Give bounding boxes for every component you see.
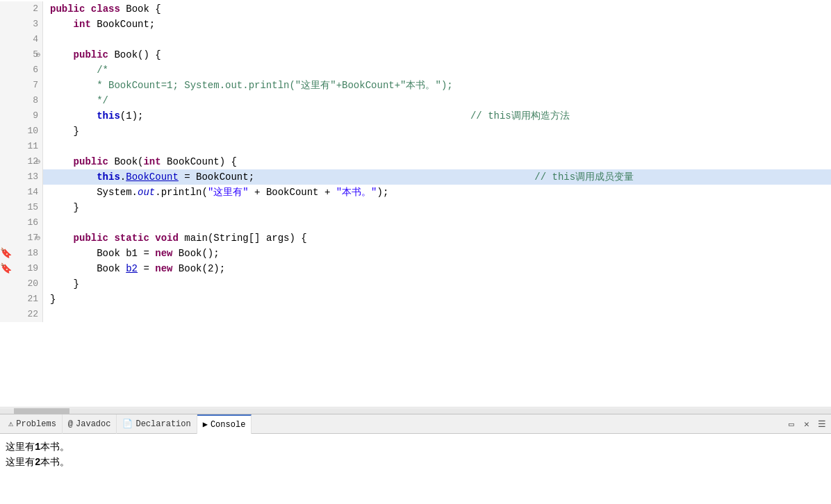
tab-items: ⚠Problems@Javadoc📄Declaration▶Console (3, 414, 252, 434)
line-number-gutter: 12⊖ (0, 154, 43, 169)
line-number: 2 (33, 1, 38, 17)
menu-button[interactable]: ☰ (816, 418, 828, 430)
line-number: 8 (33, 93, 38, 108)
token-plain: BookCount) { (161, 154, 237, 169)
line-content: public Book(int BookCount) { (43, 154, 831, 169)
code-line: 11 (0, 139, 831, 154)
line-number: 22 (27, 307, 38, 322)
declaration-tab-label: Declaration (135, 419, 190, 429)
line-content: int BookCount; (43, 17, 831, 32)
line-number-gutter: 14 (0, 185, 43, 200)
token-field: BookCount (126, 169, 179, 185)
token-plain: Book (50, 261, 126, 276)
code-line: 14 System.out.println("这里有" + BookCount … (0, 185, 831, 200)
line-content: public class Book { (43, 1, 831, 17)
token-kw: new (155, 246, 172, 261)
code-line: 22 (0, 307, 831, 322)
line-number: 18 (27, 246, 38, 261)
line-content: * BookCount=1; System.out.println("这里有"+… (43, 78, 831, 93)
line-content: public static void main(String[] args) { (43, 230, 831, 246)
code-line: 16 (0, 215, 831, 230)
line-number-gutter: 5⊖ (0, 47, 43, 62)
line-content: } (43, 292, 831, 307)
line-content (43, 139, 831, 154)
token-plain: System. (50, 185, 138, 200)
tab-javadoc[interactable]: @Javadoc (63, 414, 117, 434)
fold-icon[interactable]: ⊖ (34, 230, 42, 246)
line-content: } (43, 200, 831, 215)
problems-tab-icon: ⚠ (8, 419, 13, 429)
code-line: 21} (0, 292, 831, 307)
code-line: 🔖18 Book b1 = new Book(); (0, 246, 831, 261)
line-content: this(1); // this调用构造方法 (43, 108, 831, 124)
fold-icon[interactable]: ⊖ (34, 47, 42, 62)
line-number: 20 (27, 276, 38, 292)
line-number: 11 (27, 139, 38, 154)
token-plain (50, 47, 74, 62)
code-line: 9 this(1); // this调用构造方法 (0, 108, 831, 124)
line-content (43, 215, 831, 230)
token-plain (50, 108, 97, 124)
code-line: 10 } (0, 124, 831, 139)
code-lines: 2public class Book {3 int BookCount;4 5⊖… (0, 1, 831, 322)
token-plain: main(String[] args) { (179, 230, 307, 246)
tab-controls: ▭ ✕ ☰ (785, 418, 828, 430)
problems-tab-label: Problems (16, 419, 56, 429)
line-number: 9 (33, 108, 38, 124)
tab-problems[interactable]: ⚠Problems (3, 414, 63, 434)
token-comment: // this调用构造方法 (470, 108, 570, 124)
scroll-track[interactable] (0, 408, 831, 414)
line-number: 4 (33, 32, 38, 47)
javadoc-tab-icon: @ (68, 419, 73, 429)
line-number-gutter: 13 (0, 169, 43, 185)
scroll-thumb[interactable] (14, 408, 69, 414)
console-output: 这里有1本书。这里有2本书。 (6, 439, 825, 470)
line-content: } (43, 124, 831, 139)
token-plain: Book(); (172, 246, 219, 261)
line-content: Book b2 = new Book(2); (43, 261, 831, 276)
code-line: 13 this.BookCount = BookCount; // this调用… (0, 169, 831, 185)
token-plain (149, 230, 155, 246)
line-content: public Book() { (43, 47, 831, 62)
token-kw: public (50, 1, 85, 17)
tab-console[interactable]: ▶Console (197, 414, 252, 434)
code-line: 12⊖ public Book(int BookCount) { (0, 154, 831, 169)
token-plain: = BookCount; (179, 169, 254, 185)
fold-icon[interactable]: ⊖ (34, 154, 42, 169)
token-plain: Book b1 = (50, 246, 155, 261)
line-number-gutter: 11 (0, 139, 43, 154)
line-number-gutter: 2 (0, 1, 43, 17)
token-kw: public (74, 230, 108, 246)
declaration-tab-icon: 📄 (122, 419, 133, 429)
code-line: 7 * BookCount=1; System.out.println("这里有… (0, 78, 831, 93)
token-plain (50, 169, 97, 185)
token-static-field: out (138, 185, 155, 200)
maximize-button[interactable]: ✕ (800, 418, 813, 430)
line-number-gutter: 16 (0, 215, 43, 230)
horizontal-scrollbar[interactable] (0, 407, 831, 414)
token-plain (143, 108, 470, 124)
bookmark-icon: 🔖 (0, 246, 12, 261)
code-line: 8 */ (0, 93, 831, 108)
token-kw: class (91, 1, 120, 17)
token-plain: Book(2); (172, 261, 225, 276)
minimize-button[interactable]: ▭ (785, 418, 798, 430)
token-kw: int (74, 17, 91, 32)
line-content: System.out.println("这里有" + BookCount + "… (43, 185, 831, 200)
token-comment: * BookCount=1; System.out.println("这里有"+… (97, 78, 452, 93)
line-number: 15 (27, 200, 38, 215)
token-kw: int (143, 154, 161, 169)
bookmark-icon: 🔖 (0, 261, 12, 276)
token-plain: .println( (155, 185, 208, 200)
token-plain: Book { (120, 1, 161, 17)
code-line: 6 /* (0, 62, 831, 78)
line-number-gutter: 7 (0, 78, 43, 93)
line-number-gutter: 3 (0, 17, 43, 32)
tab-declaration[interactable]: 📄Declaration (117, 414, 197, 434)
console-tab-icon: ▶ (203, 419, 208, 430)
line-number: 14 (27, 185, 38, 200)
line-number-gutter: 9 (0, 108, 43, 124)
code-container[interactable]: 2public class Book {3 int BookCount;4 5⊖… (0, 0, 831, 407)
line-content (43, 307, 831, 322)
line-number: 3 (33, 17, 38, 32)
